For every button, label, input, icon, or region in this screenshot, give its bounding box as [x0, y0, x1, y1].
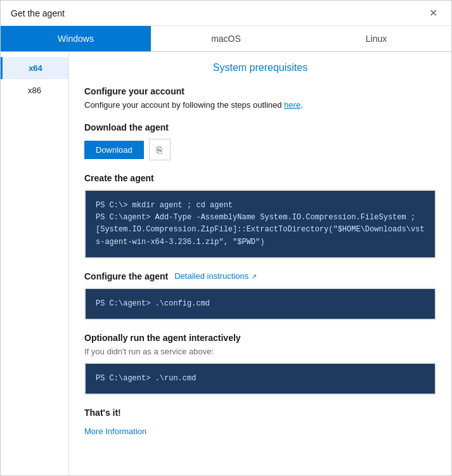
tab-bar: Windows macOS Linux	[1, 26, 451, 52]
sidebar: x64 x86	[1, 52, 69, 475]
create-agent-code: PS C:\> mkdir agent ; cd agent PS C:\age…	[86, 191, 435, 257]
main-content: System prerequisites Configure your acco…	[69, 52, 451, 475]
tab-linux[interactable]: Linux	[301, 26, 451, 51]
close-button[interactable]: ✕	[425, 7, 441, 20]
tab-windows[interactable]: Windows	[1, 26, 151, 51]
download-agent-section: Download the agent Download ⎘	[84, 122, 436, 160]
configure-agent-section: Configure the agent Detailed instruction…	[84, 271, 436, 320]
run-agent-section: Optionally run the agent interactively I…	[84, 333, 436, 395]
tab-macos[interactable]: macOS	[151, 26, 301, 51]
sidebar-item-x64[interactable]: x64	[1, 57, 68, 79]
title-bar: Get the agent ✕	[1, 1, 451, 26]
create-agent-section: Create the agent PS C:\> mkdir agent ; c…	[84, 173, 436, 259]
configure-account-title: Configure your account	[84, 86, 436, 96]
configure-account-description: Configure your account by following the …	[84, 100, 436, 110]
thats-it-section: That's it! More Information	[84, 408, 436, 436]
create-agent-title: Create the agent	[84, 173, 436, 183]
copy-button[interactable]: ⎘	[149, 139, 171, 160]
run-agent-code: PS C:\agent> .\run.cmd	[86, 364, 435, 394]
run-agent-code-wrapper: PS C:\agent> .\run.cmd	[84, 363, 436, 395]
here-link[interactable]: here	[284, 100, 300, 110]
content-area: x64 x86 System prerequisites Configure y…	[1, 52, 451, 475]
configure-agent-code-wrapper: PS C:\agent> .\config.cmd	[84, 288, 436, 320]
detailed-instructions-link[interactable]: Detailed instructions ↗	[174, 271, 257, 281]
download-row: Download ⎘	[84, 139, 436, 160]
run-agent-subtitle: If you didn't run as a service above:	[84, 347, 436, 356]
configure-agent-code: PS C:\agent> .\config.cmd	[86, 289, 435, 319]
configure-account-section: Configure your account Configure your ac…	[84, 86, 436, 110]
download-button[interactable]: Download	[84, 141, 144, 159]
create-agent-code-wrapper: PS C:\> mkdir agent ; cd agent PS C:\age…	[84, 190, 436, 259]
configure-agent-header: Configure the agent Detailed instruction…	[84, 271, 436, 281]
section-title: System prerequisites	[84, 62, 436, 74]
copy-icon: ⎘	[157, 145, 162, 155]
configure-agent-title: Configure the agent	[84, 271, 168, 281]
download-agent-title: Download the agent	[84, 122, 436, 132]
dialog-title: Get the agent	[11, 8, 65, 18]
more-information-link[interactable]: More Information	[84, 427, 146, 436]
sidebar-item-x86[interactable]: x86	[1, 79, 68, 101]
external-link-icon: ↗	[251, 273, 257, 280]
thats-it-title: That's it!	[84, 408, 436, 418]
run-agent-title: Optionally run the agent interactively	[84, 333, 436, 343]
